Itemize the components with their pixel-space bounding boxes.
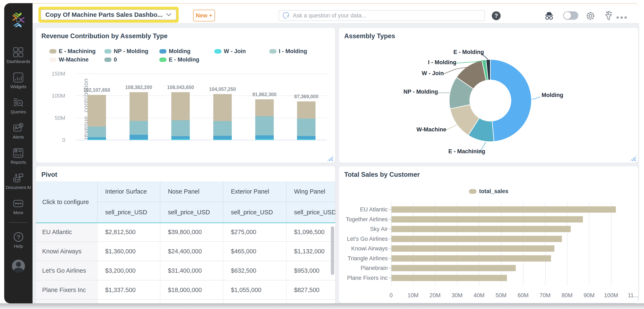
pivot-header: Click to configureInterior SurfaceNose P… xyxy=(36,181,336,222)
legend-item[interactable]: W - Join xyxy=(214,47,269,56)
bar-segment[interactable] xyxy=(171,92,190,120)
legend-item[interactable]: Molding xyxy=(159,47,214,56)
presentation-mode-toggle[interactable] xyxy=(563,11,578,20)
x-axis-tick: 0 xyxy=(390,292,392,299)
sidebar-item-widgets[interactable]: Widgets xyxy=(6,72,31,89)
sidebar-item-document-ai[interactable]: Document AI xyxy=(6,173,31,190)
hbar-sky-air[interactable] xyxy=(392,226,571,232)
bar-value-label: 87,369,000 xyxy=(281,94,332,100)
bar-segment[interactable] xyxy=(255,136,274,139)
hbar-together-airlines[interactable] xyxy=(392,216,583,222)
legend-item[interactable]: I - Molding xyxy=(269,47,324,56)
bar-segment[interactable] xyxy=(255,99,274,116)
bar-segment[interactable] xyxy=(130,140,148,140)
queries-search-icon xyxy=(13,97,24,108)
legend-item[interactable]: 0 xyxy=(104,56,159,64)
stacked-bar[interactable] xyxy=(130,74,148,140)
y-axis-tick: 0 xyxy=(62,137,65,143)
bar-segment[interactable] xyxy=(171,120,190,136)
donut-slice-molding[interactable] xyxy=(490,60,532,142)
more-ellipsis-icon[interactable] xyxy=(616,16,627,19)
hbar-axis-tick xyxy=(388,258,391,258)
filter-icon[interactable] xyxy=(604,11,613,21)
incognito-icon[interactable] xyxy=(544,12,554,20)
bar-segment[interactable] xyxy=(213,136,232,140)
knowi-logo[interactable] xyxy=(10,12,27,28)
help-icon[interactable]: ? xyxy=(492,11,501,20)
legend-item[interactable]: E - Molding xyxy=(159,56,214,64)
pivot-configure-cell[interactable]: Click to configure xyxy=(36,181,98,222)
sidebar-item-more[interactable]: More xyxy=(6,198,31,215)
pivot-column-header[interactable]: Wing Panel xyxy=(286,181,336,202)
pivot-row: Plane Fixers Inc$1,337,500$18,000,000$1,… xyxy=(36,280,336,300)
sidebar-item-alerts[interactable]: Alerts xyxy=(6,122,31,140)
pivot-scrollbar-thumb[interactable] xyxy=(331,226,334,275)
hbar-plane-fixers-inc[interactable] xyxy=(392,275,507,281)
pivot-measure-header[interactable]: sell_price_USD xyxy=(98,202,160,222)
dashboard-selector-dropdown[interactable]: Copy Of Machine Parts Sales Dashbo... xyxy=(41,10,176,20)
bar-segment[interactable] xyxy=(130,135,148,140)
hbar-let-s-go-airlines[interactable] xyxy=(392,236,562,242)
stacked-bar[interactable] xyxy=(88,74,106,140)
legend-label: NP - Molding xyxy=(114,48,148,54)
bar-segment[interactable] xyxy=(255,139,274,140)
widget-assembly-types: Assembly Types MoldingE - MachiningW-Mac… xyxy=(338,28,638,163)
bar-segment[interactable] xyxy=(297,139,316,140)
bar-segment[interactable] xyxy=(88,95,106,126)
bar-segment[interactable] xyxy=(297,102,316,118)
legend-item[interactable]: NP - Molding xyxy=(104,47,159,56)
stacked-bar[interactable] xyxy=(297,74,316,140)
widget-resize-handle[interactable] xyxy=(327,156,333,161)
donut-slice-label: W-Machine xyxy=(416,126,446,133)
donut-chart[interactable] xyxy=(339,28,638,163)
user-avatar[interactable] xyxy=(12,260,25,273)
legend-label: E - Machining xyxy=(59,48,96,54)
settings-gear-icon[interactable] xyxy=(586,11,595,20)
bar-segment[interactable] xyxy=(213,94,232,121)
new-button[interactable]: New + xyxy=(193,10,215,22)
chart-legend[interactable]: total_sales xyxy=(339,188,638,194)
x-axis-title: total_sales xyxy=(391,302,633,303)
legend-item[interactable]: E - Machining xyxy=(49,47,104,56)
search-input[interactable] xyxy=(293,12,481,19)
pivot-measure-header[interactable]: sell_price_USD xyxy=(160,202,223,222)
bar-segment[interactable] xyxy=(171,136,190,139)
pivot-measure-header[interactable]: sell_price_USD xyxy=(223,202,286,222)
stacked-bar[interactable] xyxy=(213,74,232,140)
stacked-bar[interactable] xyxy=(255,74,274,140)
pivot-column-header[interactable]: Exterior Panel xyxy=(223,181,286,202)
pivot-row-header: Let's Go Airlines xyxy=(36,261,98,280)
sidebar-item-dashboards[interactable]: Dashboards xyxy=(6,47,31,64)
bar-segment[interactable] xyxy=(171,139,190,140)
hbar-triangle-airlines[interactable] xyxy=(392,255,551,262)
pivot-cell: $1,337,500 xyxy=(98,280,160,299)
bar-segment[interactable] xyxy=(213,121,232,136)
legend-item[interactable]: W-Machine xyxy=(49,56,104,64)
bar-segment[interactable] xyxy=(88,137,106,140)
bar-segment[interactable] xyxy=(255,116,274,136)
legend-label: Molding xyxy=(169,48,190,54)
legend-label: E - Molding xyxy=(169,56,199,63)
pivot-measure-header[interactable]: sell_price_USD xyxy=(286,202,336,222)
hbar-eu-atlantic[interactable] xyxy=(392,206,616,213)
bar-segment[interactable] xyxy=(88,140,106,140)
bar-segment[interactable] xyxy=(297,136,316,139)
bar-segment[interactable] xyxy=(213,140,232,140)
pivot-column-header[interactable]: Interior Surface xyxy=(98,181,160,202)
pivot-column-header[interactable]: Nose Panel xyxy=(160,181,223,202)
bar-segment[interactable] xyxy=(130,92,148,121)
gridline xyxy=(76,74,327,74)
x-axis-tick: 60M xyxy=(518,292,529,299)
legend-label: W - Join xyxy=(224,48,246,54)
hbar-category-label: EU Atlantic xyxy=(360,206,388,213)
bar-segment[interactable] xyxy=(297,118,316,136)
bar-segment[interactable] xyxy=(130,121,148,135)
sidebar-item-queries[interactable]: Queries xyxy=(6,97,31,114)
sidebar-item-help[interactable]: ? Help xyxy=(4,232,32,249)
hbar-planebrain[interactable] xyxy=(392,265,516,271)
hbar-knowi-airways[interactable] xyxy=(392,246,554,252)
stacked-bar[interactable] xyxy=(171,74,190,140)
bar-segment[interactable] xyxy=(88,126,106,137)
sidebar-item-reports[interactable]: Reports xyxy=(6,148,31,165)
legend-swatch xyxy=(49,49,56,54)
